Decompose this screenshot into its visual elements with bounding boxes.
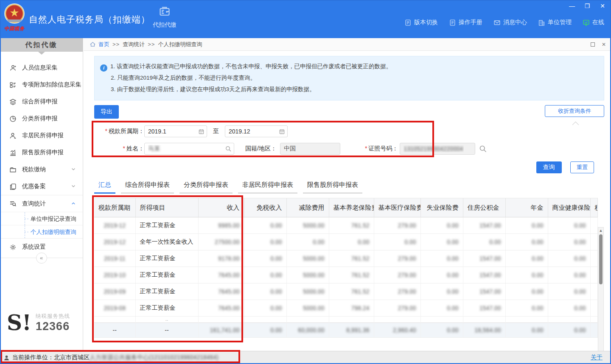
- tab-item[interactable]: 非居民所得申报表: [238, 181, 297, 194]
- header-menu-item[interactable]: 版本切换: [404, 19, 438, 26]
- table-cell: 0.00: [548, 283, 590, 300]
- close-button[interactable]: ✕: [599, 3, 606, 9]
- period-to-input[interactable]: [225, 125, 288, 137]
- table-cell: 2019-10: [94, 267, 135, 283]
- manual-icon: [449, 19, 456, 26]
- chevron-down-icon: [71, 183, 76, 190]
- tab-item[interactable]: 限售股所得申报表: [303, 181, 362, 194]
- table-header-cell: 基本医疗保险费: [374, 198, 420, 217]
- name-label: 姓名：: [94, 145, 144, 153]
- table-cell: 279.00: [374, 250, 420, 267]
- sidebar-item[interactable]: 税款缴纳: [0, 161, 83, 178]
- top-header: 中国税务 自然人电子税务局（扣缴端） 代扣代缴 — ❐ ✕ 版本切换操作手册消息…: [0, 0, 611, 38]
- table-summary-cell: --: [135, 323, 198, 338]
- table-summary-cell: [590, 323, 597, 338]
- vertical-scrollbar[interactable]: ▲ ▼: [598, 227, 604, 351]
- search-icon[interactable]: [225, 145, 232, 152]
- table-cell: 7645.00: [198, 283, 244, 300]
- layers-icon: [9, 98, 17, 106]
- sidebar-item-label: 税款缴纳: [22, 166, 46, 173]
- calendar-icon[interactable]: [279, 128, 285, 135]
- sidebar-item[interactable]: 查询统计: [0, 195, 83, 212]
- header-menu-item[interactable]: 单位管理: [538, 19, 572, 26]
- export-button[interactable]: 导出: [94, 105, 119, 119]
- table-cell: [590, 267, 597, 283]
- table-row[interactable]: 2019-08正常工资薪金7645.000.005000.00798.24279…: [94, 300, 597, 317]
- reset-button[interactable]: 重置: [570, 161, 594, 173]
- table-cell: 7645.00: [198, 300, 244, 317]
- tab-active[interactable]: 汇总: [94, 181, 115, 194]
- calendar-icon[interactable]: [198, 128, 205, 135]
- sidebar-menu: 人员信息采集专项附加扣除信息采集综合所得申报分类所得申报非居民所得申报限售股所得…: [0, 59, 83, 256]
- header-menu-item[interactable]: 消息中心: [493, 19, 527, 26]
- content-close-button[interactable]: ✕: [602, 42, 606, 47]
- sidebar-subitem[interactable]: 个人扣缴明细查询: [0, 225, 83, 238]
- breadcrumb-item[interactable]: 首页: [98, 41, 109, 48]
- table-summary-cell: 0.00: [420, 323, 463, 338]
- minimize-button[interactable]: —: [569, 3, 575, 9]
- table-header-cell: 失业保险费: [420, 198, 463, 217]
- table-cell: 5000.00: [286, 300, 329, 317]
- table-cell: 9178.00: [198, 250, 244, 267]
- search-icon[interactable]: [479, 144, 487, 153]
- sidebar-item[interactable]: 人员信息采集: [0, 59, 83, 76]
- sidebar-item[interactable]: 分类所得申报: [0, 110, 83, 127]
- restore-button[interactable]: ❐: [584, 3, 591, 9]
- sidebar-collapse-button[interactable]: «: [36, 253, 47, 264]
- sidebar-module-header: 代扣代缴: [0, 38, 83, 52]
- table-cell: 0.00: [548, 267, 590, 283]
- sidebar-item[interactable]: 综合所得申报: [0, 93, 83, 110]
- sidebar-subitem[interactable]: 单位申报记录查询: [0, 212, 83, 225]
- chevron-up-icon: [71, 200, 76, 207]
- header-menu-label: 单位管理: [548, 19, 572, 26]
- module-tab-daikoudaijiao[interactable]: 代扣代缴: [148, 6, 182, 29]
- table-cell: [198, 317, 244, 323]
- period-from-input[interactable]: [144, 125, 207, 137]
- header-menu-label: 在线: [592, 19, 604, 26]
- table-cell: 0.00: [505, 283, 548, 300]
- collapse-query-button[interactable]: 收折查询条件: [545, 105, 604, 117]
- header-menu: 版本切换操作手册消息中心单位管理在线: [404, 19, 604, 26]
- about-link[interactable]: 关于: [591, 354, 603, 361]
- nationality-label: 国籍/地区：: [245, 145, 277, 153]
- search-button[interactable]: 查询: [536, 161, 562, 173]
- table-cell: 0.00: [505, 250, 548, 267]
- table-row[interactable]: 2019-11正常工资薪金9178.000.005000.00761.52279…: [94, 250, 597, 267]
- table-row[interactable]: 2019-10正常工资薪金7645.000.005000.00761.52279…: [94, 267, 597, 283]
- notice-line: 3. 由于数据处理的滞后性，建议您在申报成功3天之后再来查询最新的申报数据。: [100, 83, 597, 95]
- sidebar-item-label: 人员信息采集: [22, 64, 58, 72]
- table-cell: 0.00: [463, 234, 505, 250]
- name-input[interactable]: [144, 143, 234, 155]
- sidebar-item[interactable]: 限售股所得申报: [0, 144, 83, 161]
- tab-item[interactable]: 分类所得申报表: [179, 181, 233, 194]
- table-cell: [505, 317, 548, 323]
- table-cell: [590, 317, 597, 323]
- breadcrumb-separator: >>: [148, 41, 155, 47]
- home-icon[interactable]: [90, 41, 96, 47]
- header-menu-item[interactable]: 操作手册: [449, 19, 482, 26]
- table-row[interactable]: 2019-12全年一次性奖金收入27500.000.000.000.000.00…: [94, 234, 597, 250]
- chevron-down-icon: [71, 166, 76, 173]
- table-cell: [244, 317, 286, 323]
- table-row-partial: ..: [94, 317, 597, 323]
- period-row: 税款所属期： 至: [94, 125, 604, 137]
- sidebar-item[interactable]: 专项附加扣除信息采集: [0, 76, 83, 93]
- sidebar-item[interactable]: 优惠备案: [0, 178, 83, 195]
- tab-item[interactable]: 综合所得申报表: [121, 181, 174, 194]
- vertical-scroll-thumb[interactable]: [599, 234, 603, 284]
- cert-no-field: [400, 143, 475, 155]
- table-row[interactable]: 2019-12正常工资薪金9985.000.005000.00761.52279…: [94, 217, 597, 234]
- breadcrumb-item: 个人扣缴明细查询: [158, 41, 202, 48]
- sidebar-item[interactable]: 非居民所得申报: [0, 127, 83, 144]
- table-cell: 0.00: [548, 234, 590, 250]
- table-row[interactable]: 2019-09正常工资薪金7645.000.005000.00761.52279…: [94, 283, 597, 300]
- header-menu-item[interactable]: 在线: [583, 19, 604, 26]
- scroll-up-arrow[interactable]: ▲: [598, 228, 603, 233]
- table-cell: 0.00: [244, 267, 286, 283]
- table-header-cell: 收入: [198, 198, 244, 217]
- content-restore-button[interactable]: [591, 42, 595, 47]
- table-cell: [590, 217, 597, 234]
- document-icon: [404, 19, 412, 26]
- current-unit-name: 北京市西城区: [54, 354, 90, 361]
- files-icon: [9, 183, 17, 190]
